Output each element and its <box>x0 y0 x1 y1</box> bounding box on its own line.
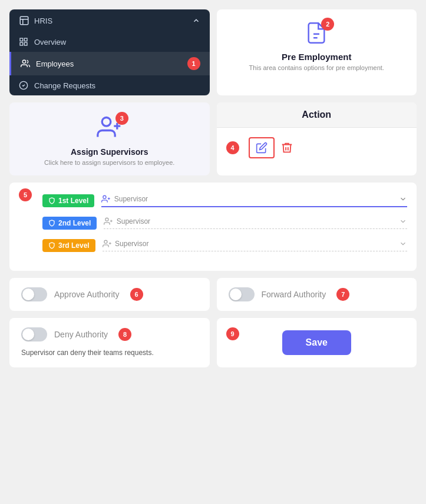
check-circle-icon <box>19 81 28 90</box>
step-5-badge: 5 <box>19 188 32 201</box>
approve-authority-toggle[interactable] <box>21 287 47 301</box>
step-5-badge-container: 5 <box>19 188 32 201</box>
svg-point-12 <box>103 195 106 198</box>
chevron-down-icon-1 <box>399 195 407 203</box>
step-7-badge: 7 <box>336 288 349 301</box>
deny-authority-label: Deny Authority <box>54 330 108 339</box>
sidebar-panel: HRIS Overview Employees 1 Change <box>9 9 210 95</box>
forward-authority-toggle[interactable] <box>229 287 255 301</box>
action-header: Action <box>217 102 417 128</box>
bottom-row: Deny Authority 8 Supervisor can deny the… <box>6 314 420 371</box>
action-title: Action <box>302 110 331 120</box>
pre-employment-panel: 2 Pre Employment This area contains opti… <box>217 9 417 95</box>
step-4-badge: 4 <box>226 141 239 154</box>
supervisor-placeholder-2: Supervisor <box>117 217 150 226</box>
step-6-badge: 6 <box>130 288 143 301</box>
level-2-section: 2nd Level Supervisor <box>42 217 407 230</box>
svg-point-9 <box>102 118 111 127</box>
users-icon <box>21 59 30 68</box>
save-panel: 9 Save <box>217 318 417 367</box>
step-2-badge: 2 <box>321 18 334 31</box>
change-requests-label: Change Requests <box>34 81 95 90</box>
supervisor-field-1: Supervisor <box>101 194 407 207</box>
employees-label: Employees <box>36 59 74 68</box>
supervisor-field-2: Supervisor <box>104 217 407 229</box>
chevron-down-icon-2 <box>399 217 407 226</box>
sidebar-title: HRIS <box>34 16 52 25</box>
level-3-section: 3rd Level Supervisor <box>42 239 407 252</box>
assign-supervisors-desc: Click here to assign supervisors to empl… <box>19 159 200 166</box>
delete-icon <box>280 141 293 154</box>
grid-icon <box>19 37 28 47</box>
level-2-label: 2nd Level <box>58 219 91 227</box>
supervisor-field-3: Supervisor <box>103 239 407 251</box>
edit-button[interactable] <box>249 137 275 158</box>
step-3-badge: 3 <box>115 112 128 125</box>
level-1-badge: 1st Level <box>42 194 94 207</box>
deny-authority-panel: Deny Authority 8 Supervisor can deny the… <box>9 318 210 367</box>
step-8-badge: 8 <box>118 328 131 341</box>
assign-supervisors-panel: 3 Assign Supervisors Click here to assig… <box>9 102 210 175</box>
sidebar-item-employees[interactable]: Employees 1 <box>9 52 210 75</box>
add-user-icon-3 <box>103 239 111 248</box>
sidebar-header: HRIS <box>9 9 210 32</box>
step-9-badge: 9 <box>226 327 239 340</box>
action-body: 4 <box>217 128 417 168</box>
supervisor-placeholder-1: Supervisor <box>114 195 148 203</box>
level-3-label: 3rd Level <box>58 241 90 250</box>
add-user-icon-1 <box>101 194 110 204</box>
svg-rect-3 <box>20 42 23 45</box>
employees-badge: 1 <box>187 57 200 70</box>
supervisor-levels-panel: 5 1st Level Supervisor <box>9 183 417 271</box>
svg-rect-2 <box>24 38 27 41</box>
authority-row: Approve Authority 6 Forward Authority 7 <box>6 274 420 314</box>
level-1-label: 1st Level <box>58 197 88 205</box>
svg-rect-4 <box>24 42 27 45</box>
toggle-knob-2 <box>230 289 242 300</box>
svg-point-5 <box>22 60 25 63</box>
pre-employ-icon-area: 2 <box>305 21 328 47</box>
hris-icon <box>19 15 29 26</box>
toggle-knob <box>22 289 34 300</box>
approve-authority-label: Approve Authority <box>54 290 120 299</box>
pre-employ-desc: This area contains options for pre emplo… <box>226 64 408 71</box>
deny-authority-toggle[interactable] <box>21 327 47 341</box>
forward-authority-panel: Forward Authority 7 <box>217 278 417 311</box>
supervisor-placeholder-3: Supervisor <box>115 240 148 248</box>
svg-rect-1 <box>20 38 23 41</box>
approve-authority-panel: Approve Authority 6 <box>9 278 210 311</box>
add-user-icon-2 <box>104 217 113 226</box>
level-1-section: 1st Level Supervisor <box>42 194 407 207</box>
chevron-up-icon <box>192 16 200 25</box>
overview-label: Overview <box>34 38 66 47</box>
toggle-knob-3 <box>22 329 34 340</box>
deny-authority-desc: Supervisor can deny their teams requests… <box>21 347 198 358</box>
shield-icon-2 <box>48 220 55 227</box>
delete-button[interactable] <box>280 141 293 154</box>
save-button[interactable]: Save <box>282 330 351 355</box>
shield-icon-1 <box>48 197 55 204</box>
deny-toggle-row: Deny Authority 8 <box>21 327 198 341</box>
level-2-badge: 2nd Level <box>42 217 97 230</box>
assign-supervisors-title: Assign Supervisors <box>19 147 200 157</box>
chevron-down-icon-3 <box>399 240 407 248</box>
svg-rect-0 <box>20 16 28 25</box>
action-panel: Action 4 <box>217 102 417 175</box>
shield-icon-3 <box>48 242 55 249</box>
forward-authority-label: Forward Authority <box>262 290 326 299</box>
pre-employ-title: Pre Employment <box>226 52 408 62</box>
edit-icon <box>256 142 268 154</box>
sidebar-item-change-requests[interactable]: Change Requests <box>9 75 210 95</box>
svg-point-18 <box>104 240 107 243</box>
svg-point-15 <box>105 218 108 221</box>
sidebar-item-overview[interactable]: Overview <box>9 32 210 52</box>
level-3-badge: 3rd Level <box>42 239 95 252</box>
